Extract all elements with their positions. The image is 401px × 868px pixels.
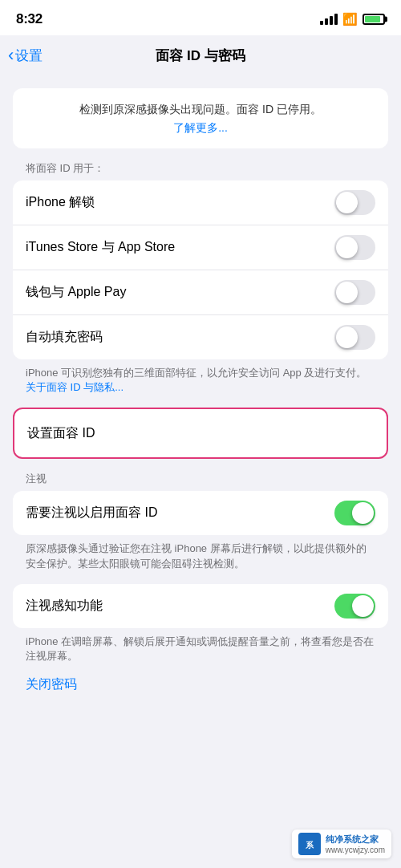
setup-faceid-label: 设置面容 ID xyxy=(27,425,95,442)
back-label: 设置 xyxy=(15,47,43,65)
require-attention-group: 需要注视以启用面容 ID xyxy=(13,491,388,535)
battery-fill xyxy=(365,16,380,22)
toggle-knob xyxy=(352,502,374,524)
status-bar: 8:32 📶 xyxy=(0,0,401,35)
toggle-knob xyxy=(352,595,374,617)
watermark-url: www.ycwjzy.com xyxy=(326,846,385,854)
status-icons: 📶 xyxy=(320,12,385,26)
warning-section: 检测到原深感摄像头出现问题。面容 ID 已停用。 了解更多... xyxy=(13,88,388,148)
toggle-knob xyxy=(336,192,358,213)
close-passcode-link[interactable]: 关闭密码 xyxy=(26,677,77,691)
autofill-toggle[interactable] xyxy=(334,325,375,350)
attention-aware-label: 注视感知功能 xyxy=(26,598,103,614)
faceid-toggles-group: iPhone 解锁 iTunes Store 与 App Store 钱包与 A… xyxy=(13,180,388,359)
faceid-section-label: 将面容 ID 用于： xyxy=(0,148,401,180)
privacy-link[interactable]: 关于面容 ID 与隐私... xyxy=(26,381,124,393)
wallet-applepay-label: 钱包与 Apple Pay xyxy=(26,284,126,301)
status-time: 8:32 xyxy=(16,11,43,27)
battery-icon xyxy=(363,14,385,25)
faceid-description: iPhone 可识别您独有的三维面部特征，以允许安全访问 App 及进行支付。 … xyxy=(0,359,401,395)
page-title: 面容 ID 与密码 xyxy=(156,47,245,65)
itunes-appstore-toggle[interactable] xyxy=(334,235,375,260)
list-item[interactable]: 注视感知功能 xyxy=(13,584,388,628)
iphone-unlock-toggle[interactable] xyxy=(334,190,375,215)
toggle-knob xyxy=(336,327,358,348)
watermark-text-block: 纯净系统之家 www.ycwjzy.com xyxy=(326,834,385,854)
list-item[interactable]: 钱包与 Apple Pay xyxy=(13,270,388,315)
require-attention-description: 原深感摄像头通过验证您在注视 iPhone 屏幕后进行解锁，以此提供额外的安全保… xyxy=(0,535,401,570)
setup-faceid-group: 设置面容 ID xyxy=(13,408,388,459)
iphone-unlock-label: iPhone 解锁 xyxy=(26,194,95,211)
list-item[interactable]: iPhone 解锁 xyxy=(13,180,388,225)
wifi-icon: 📶 xyxy=(342,12,358,26)
watermark-logo-icon: 系 xyxy=(298,833,321,855)
attention-aware-toggle[interactable] xyxy=(334,594,375,619)
setup-faceid-button[interactable]: 设置面容 ID xyxy=(14,409,387,457)
logo-svg: 系 xyxy=(302,837,317,851)
list-item[interactable]: iTunes Store 与 App Store xyxy=(13,225,388,270)
attention-aware-description: iPhone 在调暗屏幕、解锁后展开通知或调低提醒音量之前，将查看您是否在注视屏… xyxy=(0,628,401,663)
back-chevron-icon: ‹ xyxy=(8,47,14,64)
signal-icon xyxy=(320,14,338,25)
warning-text: 检测到原深感摄像头出现问题。面容 ID 已停用。 xyxy=(26,101,375,118)
watermark-brand: 纯净系统之家 xyxy=(326,834,385,846)
autofill-label: 自动填充密码 xyxy=(26,329,103,346)
nav-bar: ‹ 设置 面容 ID 与密码 xyxy=(0,35,401,75)
wallet-applepay-toggle[interactable] xyxy=(334,280,375,305)
bottom-link-section: 关闭密码 xyxy=(0,663,401,706)
toggle-knob xyxy=(336,282,358,303)
svg-text:系: 系 xyxy=(306,841,314,850)
content-area: 检测到原深感摄像头出现问题。面容 ID 已停用。 了解更多... 将面容 ID … xyxy=(0,88,401,722)
learn-more-link[interactable]: 了解更多... xyxy=(26,121,375,136)
itunes-appstore-label: iTunes Store 与 App Store xyxy=(26,239,175,256)
watermark: 系 纯净系统之家 www.ycwjzy.com xyxy=(292,829,391,858)
attention-aware-group: 注视感知功能 xyxy=(13,584,388,628)
attention-section-label: 注视 xyxy=(0,459,401,491)
toggle-knob xyxy=(336,237,358,258)
back-button[interactable]: ‹ 设置 xyxy=(8,47,43,65)
list-item[interactable]: 自动填充密码 xyxy=(13,315,388,359)
require-attention-toggle[interactable] xyxy=(334,501,375,525)
require-attention-label: 需要注视以启用面容 ID xyxy=(26,505,157,521)
list-item[interactable]: 需要注视以启用面容 ID xyxy=(13,491,388,535)
